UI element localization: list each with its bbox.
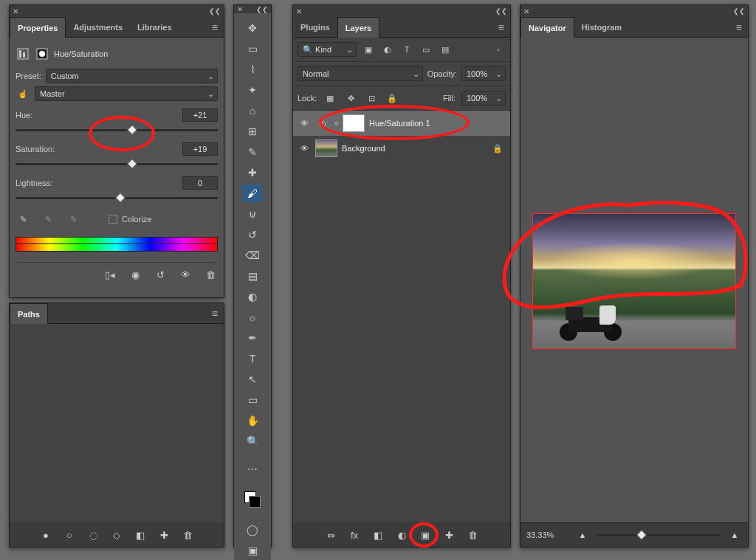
collapse-icon[interactable]: ❮❮ [209, 7, 221, 15]
lock-all-icon[interactable]: 🔒 [385, 91, 399, 106]
screen-mode[interactable]: ▣ [242, 542, 263, 559]
zoom-slider[interactable] [597, 530, 720, 540]
clip-to-layer-icon[interactable]: ▯◂ [103, 267, 117, 282]
new-layer-icon[interactable]: ✚ [441, 528, 456, 542]
rectangular-marquee-tool[interactable]: ▭ [242, 40, 263, 58]
panel-menu-icon[interactable]: ≡ [492, 21, 510, 33]
foreground-background-colors[interactable] [242, 488, 263, 511]
adjustment-layer-icon[interactable]: ◐ [394, 528, 409, 542]
layer-name[interactable]: Background [342, 144, 385, 153]
gradient-tool[interactable]: ▤ [242, 267, 263, 285]
panel-menu-icon[interactable]: ≡ [206, 21, 224, 33]
zoom-out-icon[interactable]: ▲ [575, 528, 590, 542]
history-brush-tool[interactable]: ↺ [242, 226, 263, 243]
filter-toggle-icon[interactable]: ◦ [491, 42, 506, 57]
fill-path-icon[interactable]: ● [38, 528, 53, 542]
preset-dropdown[interactable]: Custom [46, 69, 218, 83]
zoom-value[interactable]: 33.33% [526, 530, 568, 539]
lock-position-icon[interactable]: ✥ [343, 91, 358, 106]
opacity-dropdown[interactable]: 100% [461, 66, 506, 81]
new-path-icon[interactable]: ✚ [157, 528, 171, 542]
tab-paths[interactable]: Paths [10, 303, 48, 324]
close-icon[interactable]: ✕ [13, 7, 18, 15]
blur-tool[interactable]: ◐ [242, 288, 263, 305]
toggle-visibility-icon[interactable]: 👁 [178, 267, 193, 282]
pen-tool[interactable]: ✒ [242, 329, 263, 347]
filter-type-icon[interactable]: T [399, 42, 414, 57]
lightness-input[interactable] [182, 176, 218, 190]
path-selection-tool[interactable]: ↖ [242, 370, 263, 388]
channel-dropdown[interactable]: Master [35, 86, 218, 101]
layer-thumb[interactable] [315, 139, 337, 157]
eyedropper-subtract-icon[interactable]: ✎ [66, 212, 80, 227]
brush-tool[interactable]: 🖌 [242, 184, 263, 202]
collapse-icon[interactable]: ❮❮ [256, 6, 268, 13]
group-icon[interactable]: ▣ [418, 528, 433, 542]
quick-mask-mode[interactable]: ◯ [242, 521, 263, 539]
link-layers-icon[interactable]: ⇔ [323, 528, 338, 542]
type-tool[interactable]: T [242, 350, 263, 367]
tab-adjustments[interactable]: Adjustments [66, 17, 130, 38]
tab-libraries[interactable]: Libraries [130, 17, 179, 38]
hand-tool[interactable]: ✋ [242, 412, 263, 429]
edit-toolbar[interactable]: ⋯ [242, 460, 263, 478]
load-selection-icon[interactable]: ◌ [86, 528, 100, 542]
layer-row[interactable]: 👁Background🔒 [293, 136, 510, 161]
delete-layer-icon[interactable]: 🗑 [465, 528, 480, 542]
close-icon[interactable]: ✕ [237, 5, 243, 13]
make-work-path-icon[interactable]: ◇ [109, 528, 124, 542]
tab-layers[interactable]: Layers [337, 17, 379, 38]
reset-icon[interactable]: ↺ [153, 267, 168, 282]
layer-mask-thumb[interactable] [343, 114, 365, 132]
visibility-icon[interactable]: 👁 [298, 119, 311, 128]
visibility-icon[interactable]: 👁 [298, 144, 311, 153]
tab-navigator[interactable]: Navigator [520, 17, 574, 38]
layer-name[interactable]: Hue/Saturation 1 [369, 119, 430, 128]
view-previous-icon[interactable]: ◉ [128, 267, 142, 282]
navigator-preview[interactable] [532, 213, 736, 349]
lightness-slider[interactable] [16, 193, 218, 203]
stroke-path-icon[interactable]: ○ [62, 528, 77, 542]
layer-filter-dropdown[interactable]: 🔍 Kind [298, 42, 357, 57]
lasso-tool[interactable]: ⌇ [242, 61, 263, 78]
delete-adjustment-icon[interactable]: 🗑 [203, 267, 218, 282]
panel-menu-icon[interactable]: ≡ [730, 21, 748, 33]
hue-slider[interactable] [16, 125, 218, 135]
close-icon[interactable]: ✕ [296, 7, 302, 15]
filter-adjustment-icon[interactable]: ◐ [380, 42, 395, 57]
fill-dropdown[interactable]: 100% [461, 91, 506, 106]
lock-artboard-icon[interactable]: ⊡ [364, 91, 379, 106]
tab-histogram[interactable]: Histogram [574, 17, 629, 38]
tab-properties[interactable]: Properties [10, 17, 66, 38]
eyedropper-add-icon[interactable]: ✎ [41, 212, 55, 227]
mask-link-icon[interactable]: ⎋ [334, 120, 338, 127]
tab-plugins[interactable]: Plugins [293, 17, 337, 38]
frame-tool[interactable]: ⊞ [242, 122, 263, 140]
colorize-checkbox[interactable]: Colorize [109, 215, 151, 224]
collapse-icon[interactable]: ❮❮ [495, 7, 507, 15]
add-mask-icon[interactable]: ◧ [133, 528, 148, 542]
hue-input[interactable] [182, 108, 218, 122]
object-selection-tool[interactable]: ✦ [242, 81, 263, 99]
layer-style-icon[interactable]: fx [347, 528, 362, 542]
lock-pixels-icon[interactable]: ▦ [323, 91, 337, 106]
clone-stamp-tool[interactable]: ⊍ [242, 205, 263, 223]
targeted-adjustment-icon[interactable]: ☝ [16, 86, 30, 101]
filter-shape-icon[interactable]: ▭ [419, 42, 433, 57]
eyedropper-tool[interactable]: ✎ [242, 143, 263, 161]
close-icon[interactable]: ✕ [523, 7, 529, 15]
move-tool[interactable]: ✥ [242, 19, 263, 37]
eyedropper-icon[interactable]: ✎ [16, 212, 30, 227]
spot-healing-brush-tool[interactable]: ✚ [242, 164, 263, 182]
dodge-tool[interactable]: ☼ [242, 308, 263, 326]
filter-image-icon[interactable]: ▣ [361, 42, 376, 57]
crop-tool[interactable]: ⌂ [242, 102, 263, 120]
blend-mode-dropdown[interactable]: Normal [298, 66, 423, 81]
rectangle-tool[interactable]: ▭ [242, 391, 263, 409]
zoom-tool[interactable]: 🔍 [242, 432, 263, 450]
filter-smart-icon[interactable]: ▤ [438, 42, 453, 57]
delete-path-icon[interactable]: 🗑 [180, 528, 195, 542]
saturation-input[interactable] [182, 142, 218, 156]
eraser-tool[interactable]: ⌫ [242, 246, 263, 264]
saturation-slider[interactable] [16, 159, 218, 169]
